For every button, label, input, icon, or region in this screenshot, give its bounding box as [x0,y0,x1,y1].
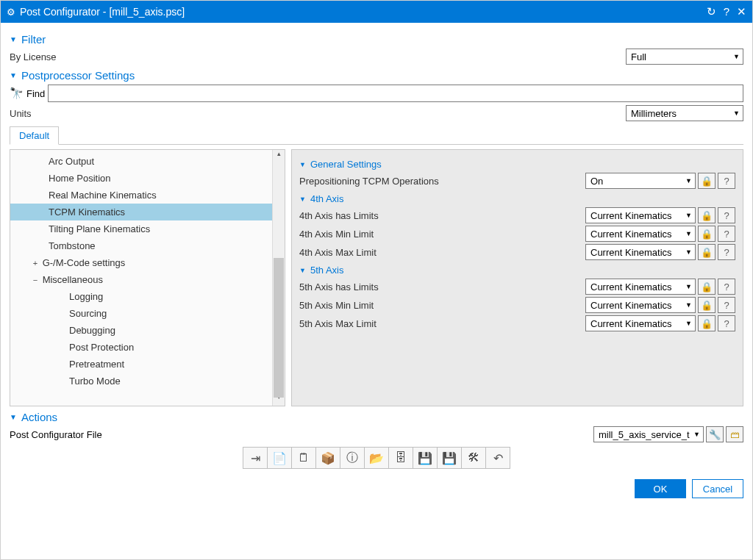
a4-max-select[interactable]: Current Kinematics▼ [585,244,696,260]
tree-item-post-protection[interactable]: Post Protection [10,339,272,356]
lock-icon[interactable]: 🔒 [698,297,715,313]
save-over-icon[interactable]: 🗄 [388,447,413,469]
units-select[interactable]: Millimeters▼ [626,105,743,121]
a5-min-select[interactable]: Current Kinematics▼ [585,297,696,313]
help-icon[interactable]: ? [718,297,735,313]
tree-scrollbar[interactable]: ▴ ▾ [272,150,285,406]
tree-item-tombstone[interactable]: Tombstone [10,237,272,254]
a4-limits-select[interactable]: Current Kinematics▼ [585,207,696,223]
minus-icon: − [31,276,40,284]
chevron-down-icon: ▼ [733,110,740,117]
a5-limits-select[interactable]: Current Kinematics▼ [585,279,696,295]
database-icon[interactable]: 🗃 [726,426,743,442]
chevron-down-icon: ▼ [10,35,17,43]
refresh-icon[interactable]: ↻ [707,5,716,18]
tree-item-misc[interactable]: − Miscellaneous [10,271,272,288]
tree-item-gm[interactable]: + G-/M-Code settings [10,254,272,271]
scroll-up-icon: ▴ [273,150,285,162]
help-icon[interactable]: ? [718,315,735,331]
lock-icon[interactable]: 🔒 [698,173,715,189]
gear-icon: ⚙ [7,7,15,18]
help-icon[interactable]: ? [718,207,735,223]
tabstrip: Default [10,126,743,145]
help-icon[interactable]: ? [718,244,735,260]
save-icon[interactable]: 💾 [413,447,438,469]
tree-item-turbo[interactable]: Turbo Mode [10,373,272,390]
units-label: Units [10,108,626,119]
tree-item-home-position[interactable]: Home Position [10,170,272,187]
toolbar: ⇥ 📄 🗒 📦 ⓘ 📂 🗄 💾 💾 🛠 ↶ [10,447,743,469]
help-icon[interactable]: ? [718,279,735,295]
a4-min-select[interactable]: Current Kinematics▼ [585,226,696,242]
find-input[interactable] [48,85,743,102]
help-icon[interactable]: ? [724,5,729,18]
lock-icon[interactable]: 🔒 [698,315,715,331]
help-icon[interactable]: ? [718,173,735,189]
titlebar: ⚙ Post Configurator - [mill_5_axis.psc] … [1,1,752,23]
window-title: Post Configurator - [mill_5_axis.psc] [20,6,707,18]
group-general[interactable]: ▼General Settings [299,159,735,170]
tree-item-logging[interactable]: Logging [10,288,272,305]
notes-icon[interactable]: 🗒 [291,447,316,469]
license-select[interactable]: Full▼ [626,49,743,65]
tree-item-real-machine[interactable]: Real Machine Kinematics [10,187,272,204]
find-label: Find [26,88,45,99]
tab-default[interactable]: Default [10,126,59,145]
tree-panel: Arc Output Home Position Real Machine Ki… [10,149,285,406]
prepositioning-select[interactable]: On▼ [585,173,696,189]
close-icon[interactable]: ✕ [737,5,746,18]
cancel-button[interactable]: Cancel [692,479,743,498]
tree-item-tcpm[interactable]: TCPM Kinematics [10,204,272,220]
chevron-down-icon: ▼ [299,195,306,203]
tree-item-arc-output[interactable]: Arc Output [10,153,272,170]
tree-item-debugging[interactable]: Debugging [10,322,272,339]
pc-file-select[interactable]: mill_5_axis_service_t…▼ [593,426,704,442]
group-4th-axis[interactable]: ▼4th Axis [299,193,735,204]
group-5th-axis[interactable]: ▼5th Axis [299,265,735,276]
chevron-down-icon: ▼ [10,413,17,421]
save-as-icon[interactable]: 💾 [437,447,462,469]
chevron-down-icon: ▼ [10,71,17,79]
binoculars-icon: 🔭 [10,87,24,100]
def-file-icon[interactable]: 📄 [267,447,292,469]
pp-settings-header[interactable]: ▼ Postprocessor Settings [10,69,743,82]
tree-item-tilting[interactable]: Tilting Plane Kinematics [10,220,272,237]
export-icon[interactable]: ⇥ [243,447,268,469]
tree-item-sourcing[interactable]: Sourcing [10,305,272,322]
lock-icon[interactable]: 🔒 [698,279,715,295]
a5-max-select[interactable]: Current Kinematics▼ [585,315,696,331]
properties-panel: ▼General Settings Prepositioning TCPM Op… [291,149,743,406]
package-icon[interactable]: 📦 [315,447,340,469]
tool-icon[interactable]: 🛠 [461,447,486,469]
tree-item-pretreatment[interactable]: Pretreatment [10,356,272,373]
plus-icon: + [31,259,40,268]
open-folder-icon[interactable]: 📂 [364,447,389,469]
lock-icon[interactable]: 🔒 [698,207,715,223]
help-icon[interactable]: ? [718,226,735,242]
prepositioning-label: Prepositioning TCPM Operations [299,176,585,187]
actions-header[interactable]: ▼ Actions [10,411,743,423]
info-icon[interactable]: ⓘ [340,447,365,469]
filter-header[interactable]: ▼ Filter [10,33,743,46]
lock-icon[interactable]: 🔒 [698,244,715,260]
undo-icon[interactable]: ↶ [485,447,510,469]
pc-file-label: Post Configurator File [10,429,593,440]
chevron-down-icon: ▼ [299,161,306,168]
by-license-label: By License [10,51,626,62]
lock-icon[interactable]: 🔒 [698,226,715,242]
ok-button[interactable]: OK [635,479,686,498]
chevron-down-icon: ▼ [299,267,306,274]
wrench-icon[interactable]: 🔧 [706,426,724,442]
chevron-down-icon: ▼ [733,53,740,60]
